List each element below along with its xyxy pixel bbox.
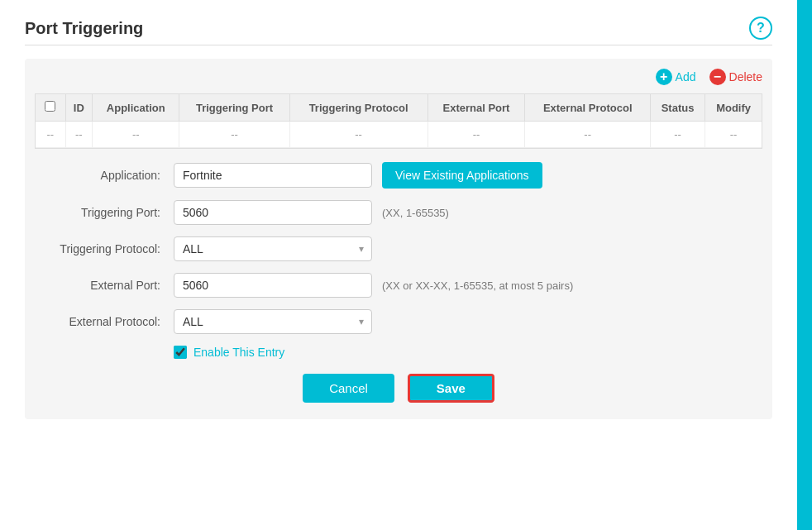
- add-button[interactable]: + Add: [656, 69, 696, 85]
- header-status: Status: [650, 94, 705, 122]
- cell-checkbox: --: [36, 122, 65, 148]
- application-input[interactable]: [174, 163, 372, 188]
- delete-icon: −: [709, 69, 726, 85]
- action-row: Cancel Save: [41, 374, 756, 403]
- delete-label: Delete: [729, 70, 762, 84]
- header-application: Application: [93, 94, 179, 122]
- add-icon: +: [656, 69, 672, 85]
- triggering-port-hint: (XX, 1-65535): [382, 207, 449, 219]
- enable-entry-checkbox[interactable]: [174, 346, 187, 359]
- help-icon[interactable]: ?: [749, 17, 772, 40]
- application-label: Application:: [41, 169, 174, 182]
- delete-button[interactable]: − Delete: [709, 69, 762, 85]
- page-title: Port Triggering: [25, 19, 143, 38]
- toolbar: + Add − Delete: [35, 69, 762, 85]
- external-protocol-row: External Protocol: ALL TCP UDP ▾: [41, 309, 756, 334]
- application-row: Application: View Existing Applications: [41, 162, 756, 189]
- triggering-protocol-row: Triggering Protocol: ALL TCP UDP ▾: [41, 236, 756, 261]
- header-external-port: External Port: [427, 94, 525, 122]
- external-port-row: External Port: (XX or XX-XX, 1-65535, at…: [41, 273, 756, 298]
- port-triggering-card: + Add − Delete ID Application Triggering: [25, 59, 772, 419]
- header-modify: Modify: [705, 94, 762, 122]
- cell-application: --: [93, 122, 179, 148]
- cell-id: --: [65, 122, 93, 148]
- triggering-port-label: Triggering Port:: [41, 206, 174, 219]
- triggering-protocol-label: Triggering Protocol:: [41, 242, 174, 255]
- triggering-port-input[interactable]: [174, 200, 372, 225]
- external-protocol-select[interactable]: ALL TCP UDP: [174, 309, 372, 334]
- select-all-checkbox[interactable]: [45, 101, 55, 112]
- header-triggering-protocol: Triggering Protocol: [289, 94, 427, 122]
- view-existing-apps-button[interactable]: View Existing Applications: [382, 162, 542, 189]
- external-port-hint: (XX or XX-XX, 1-65535, at most 5 pairs): [382, 279, 573, 292]
- cell-status: --: [650, 122, 705, 148]
- triggering-protocol-select[interactable]: ALL TCP UDP: [174, 236, 372, 261]
- data-table: ID Application Triggering Port Triggerin…: [35, 93, 762, 149]
- cell-triggering-port: --: [179, 122, 289, 148]
- header-id: ID: [65, 94, 93, 122]
- title-divider: [25, 45, 772, 45]
- triggering-protocol-select-wrap: ALL TCP UDP ▾: [174, 236, 372, 261]
- external-protocol-label: External Protocol:: [41, 315, 174, 328]
- triggering-port-row: Triggering Port: (XX, 1-65535): [41, 200, 756, 225]
- cell-external-port: --: [427, 122, 525, 148]
- header-checkbox-cell: [36, 94, 65, 122]
- cell-external-protocol: --: [525, 122, 650, 148]
- external-port-label: External Port:: [41, 279, 174, 292]
- table-header-row: ID Application Triggering Port Triggerin…: [36, 94, 762, 122]
- form-section: Application: View Existing Applications …: [35, 149, 762, 409]
- header-external-protocol: External Protocol: [525, 94, 650, 122]
- external-port-input[interactable]: [174, 273, 372, 298]
- cell-modify: --: [705, 122, 762, 148]
- right-sidebar-bar: [797, 0, 812, 530]
- save-button[interactable]: Save: [408, 374, 494, 403]
- cell-triggering-protocol: --: [289, 122, 427, 148]
- cancel-button[interactable]: Cancel: [303, 374, 394, 403]
- enable-row: Enable This Entry: [174, 346, 756, 359]
- add-label: Add: [676, 70, 696, 84]
- table-row: -- -- -- -- -- -- -- -- --: [36, 122, 762, 148]
- header-triggering-port: Triggering Port: [179, 94, 289, 122]
- external-protocol-select-wrap: ALL TCP UDP ▾: [174, 309, 372, 334]
- enable-entry-label[interactable]: Enable This Entry: [193, 346, 284, 359]
